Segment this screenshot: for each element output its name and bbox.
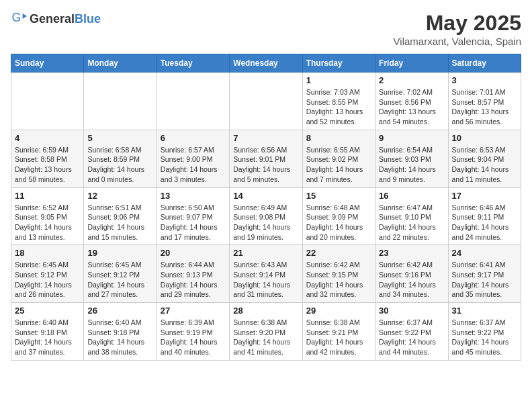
calendar-cell: 26Sunrise: 6:40 AM Sunset: 9:18 PM Dayli… — [84, 303, 157, 361]
calendar-cell: 11Sunrise: 6:52 AM Sunset: 9:05 PM Dayli… — [11, 187, 84, 245]
logo-text-general: General — [30, 12, 75, 26]
day-of-week-header: Saturday — [448, 54, 521, 73]
calendar-week-row: 11Sunrise: 6:52 AM Sunset: 9:05 PM Dayli… — [11, 187, 521, 245]
day-info: Sunrise: 6:46 AM Sunset: 9:11 PM Dayligh… — [452, 203, 517, 242]
day-number: 1 — [306, 75, 371, 85]
day-number: 20 — [161, 248, 226, 258]
calendar-header-row: SundayMondayTuesdayWednesdayThursdayFrid… — [11, 54, 521, 73]
calendar-cell: 18Sunrise: 6:45 AM Sunset: 9:12 PM Dayli… — [11, 245, 84, 303]
calendar-cell: 19Sunrise: 6:45 AM Sunset: 9:12 PM Dayli… — [84, 245, 157, 303]
logo: G GeneralBlue — [11, 11, 101, 27]
calendar-cell: 7Sunrise: 6:56 AM Sunset: 9:01 PM Daylig… — [230, 130, 302, 187]
day-of-week-header: Wednesday — [230, 54, 302, 73]
day-info: Sunrise: 7:02 AM Sunset: 8:56 PM Dayligh… — [379, 87, 444, 127]
day-info: Sunrise: 6:56 AM Sunset: 9:01 PM Dayligh… — [233, 145, 298, 185]
svg-marker-1 — [23, 13, 27, 19]
calendar-cell: 28Sunrise: 6:38 AM Sunset: 9:20 PM Dayli… — [230, 303, 302, 361]
day-of-week-header: Sunday — [11, 54, 84, 73]
day-number: 11 — [15, 191, 80, 201]
calendar-cell: 8Sunrise: 6:55 AM Sunset: 9:02 PM Daylig… — [302, 130, 375, 187]
day-number: 5 — [87, 133, 152, 143]
day-info: Sunrise: 6:44 AM Sunset: 9:13 PM Dayligh… — [161, 260, 226, 300]
day-info: Sunrise: 6:37 AM Sunset: 9:22 PM Dayligh… — [452, 318, 517, 357]
day-of-week-header: Monday — [84, 54, 157, 73]
calendar-cell — [84, 73, 157, 130]
day-info: Sunrise: 6:51 AM Sunset: 9:06 PM Dayligh… — [87, 203, 152, 242]
day-info: Sunrise: 6:50 AM Sunset: 9:07 PM Dayligh… — [161, 203, 226, 242]
logo-icon: G — [11, 11, 27, 27]
day-info: Sunrise: 6:38 AM Sunset: 9:20 PM Dayligh… — [233, 318, 298, 357]
day-number: 17 — [452, 191, 517, 201]
day-number: 24 — [452, 248, 517, 258]
day-info: Sunrise: 6:57 AM Sunset: 9:00 PM Dayligh… — [161, 145, 226, 185]
day-number: 25 — [15, 306, 80, 316]
calendar-cell — [157, 73, 229, 130]
day-number: 2 — [379, 75, 444, 85]
day-info: Sunrise: 6:54 AM Sunset: 9:03 PM Dayligh… — [379, 145, 444, 185]
calendar-week-row: 1Sunrise: 7:03 AM Sunset: 8:55 PM Daylig… — [11, 73, 521, 130]
day-of-week-header: Thursday — [302, 54, 375, 73]
calendar-cell: 5Sunrise: 6:58 AM Sunset: 8:59 PM Daylig… — [84, 130, 157, 187]
day-number: 21 — [233, 248, 298, 258]
day-number: 23 — [379, 248, 444, 258]
calendar-cell: 22Sunrise: 6:42 AM Sunset: 9:15 PM Dayli… — [302, 245, 375, 303]
calendar-cell: 4Sunrise: 6:59 AM Sunset: 8:58 PM Daylig… — [11, 130, 84, 187]
day-info: Sunrise: 6:58 AM Sunset: 8:59 PM Dayligh… — [87, 145, 152, 185]
day-number: 6 — [161, 133, 226, 143]
logo-text-blue: Blue — [75, 12, 101, 26]
calendar-cell: 10Sunrise: 6:53 AM Sunset: 9:04 PM Dayli… — [448, 130, 521, 187]
calendar-cell — [11, 73, 84, 130]
day-number: 4 — [15, 133, 80, 143]
day-info: Sunrise: 6:59 AM Sunset: 8:58 PM Dayligh… — [15, 145, 80, 185]
calendar-cell: 16Sunrise: 6:47 AM Sunset: 9:10 PM Dayli… — [375, 187, 448, 245]
calendar-cell: 15Sunrise: 6:48 AM Sunset: 9:09 PM Dayli… — [302, 187, 375, 245]
calendar-cell: 24Sunrise: 6:41 AM Sunset: 9:17 PM Dayli… — [448, 245, 521, 303]
day-number: 19 — [87, 248, 152, 258]
day-info: Sunrise: 6:49 AM Sunset: 9:08 PM Dayligh… — [233, 203, 298, 242]
day-of-week-header: Tuesday — [157, 54, 229, 73]
calendar-cell: 9Sunrise: 6:54 AM Sunset: 9:03 PM Daylig… — [375, 130, 448, 187]
calendar-cell: 20Sunrise: 6:44 AM Sunset: 9:13 PM Dayli… — [157, 245, 229, 303]
day-number: 8 — [306, 133, 371, 143]
calendar-cell: 23Sunrise: 6:42 AM Sunset: 9:16 PM Dayli… — [375, 245, 448, 303]
calendar-cell: 1Sunrise: 7:03 AM Sunset: 8:55 PM Daylig… — [302, 73, 375, 130]
day-number: 22 — [306, 248, 371, 258]
day-number: 15 — [306, 191, 371, 201]
day-number: 31 — [452, 306, 517, 316]
day-info: Sunrise: 6:38 AM Sunset: 9:21 PM Dayligh… — [306, 318, 371, 357]
day-number: 27 — [161, 306, 226, 316]
title-area: May 2025 Vilamarxant, Valencia, Spain — [394, 11, 521, 47]
day-info: Sunrise: 6:37 AM Sunset: 9:22 PM Dayligh… — [379, 318, 444, 357]
calendar-cell: 3Sunrise: 7:01 AM Sunset: 8:57 PM Daylig… — [448, 73, 521, 130]
day-info: Sunrise: 6:40 AM Sunset: 9:18 PM Dayligh… — [15, 318, 80, 357]
day-of-week-header: Friday — [375, 54, 448, 73]
day-info: Sunrise: 6:40 AM Sunset: 9:18 PM Dayligh… — [87, 318, 152, 357]
day-info: Sunrise: 6:45 AM Sunset: 9:12 PM Dayligh… — [15, 260, 80, 300]
day-number: 28 — [233, 306, 298, 316]
day-number: 18 — [15, 248, 80, 258]
header: G GeneralBlue May 2025 Vilamarxant, Vale… — [11, 11, 521, 47]
day-info: Sunrise: 6:55 AM Sunset: 9:02 PM Dayligh… — [306, 145, 371, 185]
calendar-cell: 13Sunrise: 6:50 AM Sunset: 9:07 PM Dayli… — [157, 187, 229, 245]
calendar-table: SundayMondayTuesdayWednesdayThursdayFrid… — [11, 54, 521, 361]
calendar-cell: 30Sunrise: 6:37 AM Sunset: 9:22 PM Dayli… — [375, 303, 448, 361]
calendar-cell: 29Sunrise: 6:38 AM Sunset: 9:21 PM Dayli… — [302, 303, 375, 361]
calendar-week-row: 18Sunrise: 6:45 AM Sunset: 9:12 PM Dayli… — [11, 245, 521, 303]
day-info: Sunrise: 6:42 AM Sunset: 9:15 PM Dayligh… — [306, 260, 371, 300]
calendar-cell: 12Sunrise: 6:51 AM Sunset: 9:06 PM Dayli… — [84, 187, 157, 245]
day-number: 13 — [161, 191, 226, 201]
calendar-cell: 25Sunrise: 6:40 AM Sunset: 9:18 PM Dayli… — [11, 303, 84, 361]
calendar-cell: 14Sunrise: 6:49 AM Sunset: 9:08 PM Dayli… — [230, 187, 302, 245]
day-info: Sunrise: 6:41 AM Sunset: 9:17 PM Dayligh… — [452, 260, 517, 300]
day-info: Sunrise: 6:52 AM Sunset: 9:05 PM Dayligh… — [15, 203, 80, 242]
day-info: Sunrise: 7:01 AM Sunset: 8:57 PM Dayligh… — [452, 87, 517, 127]
day-info: Sunrise: 6:42 AM Sunset: 9:16 PM Dayligh… — [379, 260, 444, 300]
day-number: 16 — [379, 191, 444, 201]
svg-text:G: G — [12, 11, 21, 24]
day-number: 12 — [87, 191, 152, 201]
day-info: Sunrise: 6:53 AM Sunset: 9:04 PM Dayligh… — [452, 145, 517, 185]
day-info: Sunrise: 6:48 AM Sunset: 9:09 PM Dayligh… — [306, 203, 371, 242]
day-number: 7 — [233, 133, 298, 143]
day-number: 14 — [233, 191, 298, 201]
main-title: May 2025 — [394, 11, 521, 36]
